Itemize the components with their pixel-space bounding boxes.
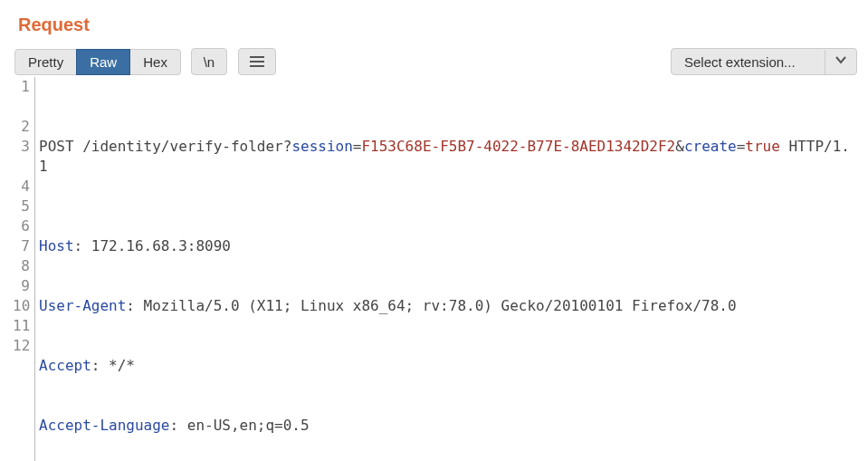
menu-button[interactable]	[238, 48, 276, 75]
extension-select-chevron[interactable]	[825, 53, 856, 70]
header-line: Accept: */*	[39, 356, 857, 376]
line-gutter: 1 2 3 4 5 6 7 8 9 10 11 12	[13, 77, 34, 461]
header-line: User-Agent: Mozilla/5.0 (X11; Linux x86_…	[39, 296, 857, 316]
chevron-down-icon	[835, 53, 847, 70]
svg-rect-2	[250, 65, 264, 67]
tab-pretty[interactable]: Pretty	[14, 49, 77, 75]
panel-title: Request	[13, 14, 857, 35]
svg-rect-1	[250, 61, 264, 62]
request-line: POST /identity/verify-folder?session=F15…	[39, 137, 857, 177]
header-line: Host: 172.16.68.3:8090	[39, 236, 857, 256]
tab-hex[interactable]: Hex	[129, 49, 181, 75]
request-editor[interactable]: 1 2 3 4 5 6 7 8 9 10 11 12 POST /identit…	[13, 77, 857, 461]
tab-raw[interactable]: Raw	[76, 49, 130, 75]
extension-select-label: Select extension...	[672, 50, 825, 74]
code-area[interactable]: POST /identity/verify-folder?session=F15…	[34, 77, 857, 461]
svg-rect-0	[250, 56, 264, 58]
extension-select[interactable]: Select extension...	[671, 48, 857, 75]
hamburger-icon	[250, 56, 264, 67]
header-line: Accept-Language: en-US,en;q=0.5	[39, 416, 857, 436]
newline-toggle-button[interactable]: \n	[191, 48, 227, 75]
view-toolbar: Pretty Raw Hex \n Select extension...	[13, 48, 857, 75]
